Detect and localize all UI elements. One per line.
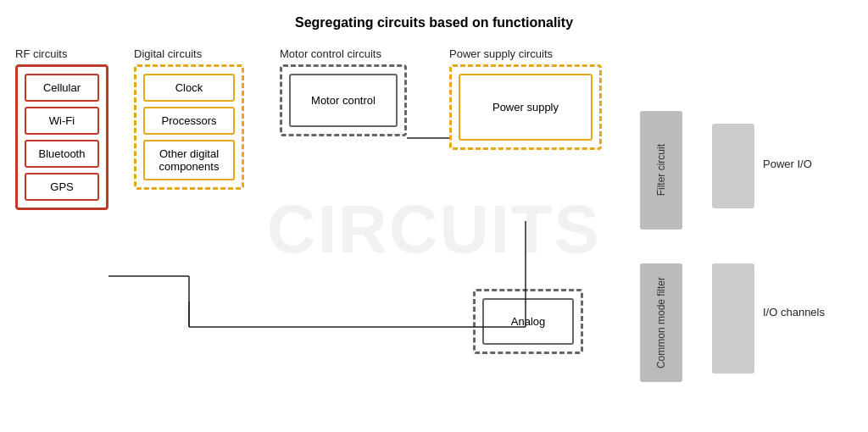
common-mode-filter-label: Common mode filter xyxy=(655,277,667,368)
io-channels-label: I/O channels xyxy=(763,306,825,318)
filter-circuit-label: Filter circuit xyxy=(655,144,667,196)
digital-item-processors: Processors xyxy=(143,107,235,135)
rf-item-gps: GPS xyxy=(25,173,99,201)
motor-item-control: Motor control xyxy=(289,74,398,127)
io-channels-box xyxy=(712,263,754,374)
power-io-box xyxy=(712,124,754,208)
filter-circuit-box: Filter circuit xyxy=(640,111,682,230)
power-io-label: Power I/O xyxy=(763,158,812,170)
power-circuits-label: Power supply circuits xyxy=(449,47,553,60)
rf-item-wifi: Wi-Fi xyxy=(25,107,99,135)
digital-circuits-group: Clock Processors Other digital component… xyxy=(134,64,244,190)
rf-item-cellular: Cellular xyxy=(25,74,99,102)
motor-circuits-label: Motor control circuits xyxy=(280,47,381,60)
watermark: CIRCUITS xyxy=(267,191,601,269)
digital-item-other: Other digital components xyxy=(143,140,235,180)
rf-circuits-group: Cellular Wi-Fi Bluetooth GPS xyxy=(15,64,108,210)
analog-group: Analog xyxy=(473,289,583,354)
power-circuits-group: Power supply xyxy=(449,64,602,150)
motor-circuits-group: Motor control xyxy=(280,64,407,136)
rf-circuits-label: RF circuits xyxy=(15,47,67,60)
digital-item-clock: Clock xyxy=(143,74,235,102)
rf-item-bluetooth: Bluetooth xyxy=(25,140,99,168)
common-mode-filter-box: Common mode filter xyxy=(640,263,682,382)
analog-item: Analog xyxy=(482,298,574,345)
power-item-supply: Power supply xyxy=(459,74,593,141)
page-title: Segregating circuits based on functional… xyxy=(0,0,868,39)
digital-circuits-label: Digital circuits xyxy=(134,47,202,60)
